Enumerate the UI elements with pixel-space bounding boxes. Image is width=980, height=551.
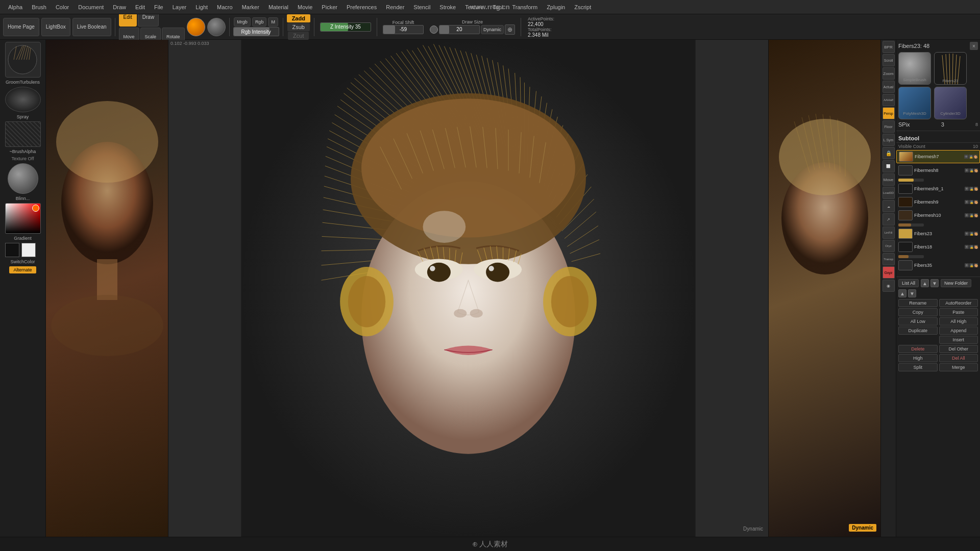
material-preview[interactable]: [8, 163, 38, 194]
auto-reorder-button[interactable]: AutoReorder: [939, 299, 978, 307]
all-low-button[interactable]: All Low: [898, 317, 938, 325]
del-all-button[interactable]: Del All: [939, 354, 978, 362]
3d-viewport[interactable]: [168, 40, 768, 537]
matcap-button[interactable]: [207, 18, 226, 36]
subtool-fibermesh9[interactable]: Fibermesh9 👁 🔒 🎨: [896, 196, 980, 208]
eye-ctrl-fibermesh8[interactable]: 👁: [965, 168, 969, 172]
split-button[interactable]: Split: [898, 363, 938, 371]
export-tool[interactable]: ↗: [883, 213, 895, 226]
folder-up-arrow[interactable]: ▲: [898, 289, 906, 297]
fibers23-thumb[interactable]: Fibers23: [934, 52, 967, 85]
subtool-fibermesh10[interactable]: Fibermesh10 👁 🔒 🎨: [896, 209, 980, 221]
spray-preview[interactable]: [5, 87, 41, 112]
list-up-arrow[interactable]: ▲: [921, 279, 929, 287]
lock-ctrl-fibermesh7[interactable]: 🔒: [969, 155, 973, 159]
menu-zplugin[interactable]: Zplugin: [543, 3, 569, 12]
subtool-fibers23[interactable]: Fibers23 👁 🔒 🎨: [896, 228, 980, 240]
high-button[interactable]: High: [898, 354, 938, 362]
subtool-fibermesh9-1[interactable]: Fibermesh9_1 👁 🔒 🎨: [896, 183, 980, 195]
swatch-black[interactable]: [5, 243, 19, 257]
menu-file[interactable]: File: [150, 3, 167, 12]
swatch-white[interactable]: [21, 243, 36, 257]
zadd-button[interactable]: Zadd: [287, 14, 310, 22]
color-picker[interactable]: [5, 203, 41, 234]
menu-preferences[interactable]: Preferences: [342, 3, 381, 12]
menu-macro[interactable]: Macro: [213, 3, 237, 12]
home-page-tab[interactable]: Home Page: [3, 18, 39, 36]
extra-tool[interactable]: ◉: [883, 280, 895, 292]
persp-tool[interactable]: Persp: [883, 107, 895, 119]
menu-zscript[interactable]: Zscript: [570, 3, 595, 12]
color-ctrl-fibermesh7[interactable]: 🎨: [973, 155, 977, 159]
lock-ctrl-fibermesh8[interactable]: 🔒: [969, 168, 973, 172]
rgb-button[interactable]: Rgb: [252, 17, 267, 27]
copy-button[interactable]: Copy: [898, 308, 938, 316]
gxyz-tool[interactable]: Gxyz: [883, 266, 895, 279]
zsub-button[interactable]: Zsub: [287, 23, 310, 31]
subtool-fibers18[interactable]: Fibers18 👁 🔒 🎨: [896, 241, 980, 253]
menu-light[interactable]: Light: [191, 3, 212, 12]
canvas-area[interactable]: 0.102 -0.993 0.033: [168, 40, 768, 537]
menu-stroke[interactable]: Stroke: [435, 3, 460, 12]
material-sphere[interactable]: [187, 18, 205, 36]
subtool-fibermesh8[interactable]: Fibermesh8 👁 🔒 🎨: [896, 164, 980, 177]
del-other-button[interactable]: Del Other: [939, 345, 978, 353]
cylinder3d-thumb[interactable]: Cylinder3D: [934, 87, 967, 119]
lsym-tool[interactable]: L.Sym: [883, 134, 895, 146]
menu-document[interactable]: Document: [74, 3, 108, 12]
list-down-arrow[interactable]: ▼: [930, 279, 939, 287]
m-button[interactable]: M: [268, 17, 278, 27]
menu-render[interactable]: Render: [382, 3, 408, 12]
paste-button[interactable]: Paste: [939, 308, 978, 316]
merge-button[interactable]: Merge: [939, 363, 978, 371]
list-all-button[interactable]: List All: [898, 279, 919, 287]
aahalf-tool[interactable]: AAHalf: [883, 94, 895, 106]
eye-ctrl-fibermesh7[interactable]: 👁: [964, 155, 968, 159]
frame-tool[interactable]: ⬜: [883, 160, 895, 172]
delete-button[interactable]: Delete: [898, 345, 938, 353]
mrgb-button[interactable]: Mrgb: [234, 17, 251, 27]
new-folder-button[interactable]: New Folder: [941, 279, 971, 287]
duplicate-button[interactable]: Duplicate: [898, 327, 938, 335]
all-high-button[interactable]: All High: [939, 317, 978, 325]
import-tool[interactable]: LinFill: [883, 227, 895, 239]
brush-preview[interactable]: [5, 42, 41, 78]
gyroscope-icon[interactable]: ⊕: [505, 24, 515, 35]
save3d-tool[interactable]: ☁: [883, 200, 895, 212]
z-intensity-slider[interactable]: Z Intensity 35: [320, 22, 371, 32]
subtool-fibermesh7[interactable]: Fibermesh7 👁 🔒 🎨: [896, 150, 980, 163]
alternate-button[interactable]: Alternate: [9, 266, 36, 273]
lock-tool[interactable]: 🔒: [883, 147, 895, 159]
menu-color[interactable]: Color: [52, 3, 73, 12]
rename-button[interactable]: Rename: [898, 299, 938, 307]
lightbox-tab[interactable]: LightBox: [41, 18, 70, 36]
menu-material[interactable]: Material: [264, 3, 292, 12]
menu-stencil[interactable]: Stencil: [409, 3, 434, 12]
append-button[interactable]: Append: [939, 327, 978, 335]
menu-layer[interactable]: Layer: [168, 3, 191, 12]
load3d-tool[interactable]: Load3D: [883, 187, 895, 199]
simple-brush-thumb[interactable]: SimpleBrush: [898, 52, 931, 85]
subtool-fibers35[interactable]: Fibers35 👁 🔒 🎨: [896, 259, 980, 271]
zoom-tool[interactable]: Zoom: [883, 67, 895, 80]
move-tool[interactable]: Move: [883, 173, 895, 186]
menu-picker[interactable]: Picker: [317, 3, 341, 12]
close-panel-button[interactable]: ×: [970, 42, 978, 50]
oryz-tool[interactable]: Oryz: [883, 240, 895, 252]
menu-transform[interactable]: Transform: [508, 3, 542, 12]
scroll-tool[interactable]: Scroll: [883, 54, 895, 66]
menu-brush[interactable]: Brush: [28, 3, 51, 12]
dynamic-button[interactable]: Dynamic: [481, 25, 504, 34]
floor-tool[interactable]: Floor: [883, 120, 895, 133]
draw-size-slider[interactable]: 20: [439, 25, 480, 34]
bpr-tool[interactable]: BPR: [883, 41, 895, 53]
actual-tool[interactable]: Actual: [883, 81, 895, 93]
menu-draw[interactable]: Draw: [109, 3, 130, 12]
menu-marker[interactable]: Marker: [238, 3, 263, 12]
color-ctrl-fibermesh8[interactable]: 🎨: [974, 168, 978, 172]
polymesh3d-thumb[interactable]: PolyMesh3D: [898, 87, 931, 119]
menu-alpha[interactable]: Alpha: [4, 3, 27, 12]
rgb-intensity-slider[interactable]: Rgb Intensity: [233, 27, 279, 36]
menu-edit[interactable]: Edit: [131, 3, 149, 12]
live-boolean-tab[interactable]: Live Boolean: [72, 18, 111, 36]
